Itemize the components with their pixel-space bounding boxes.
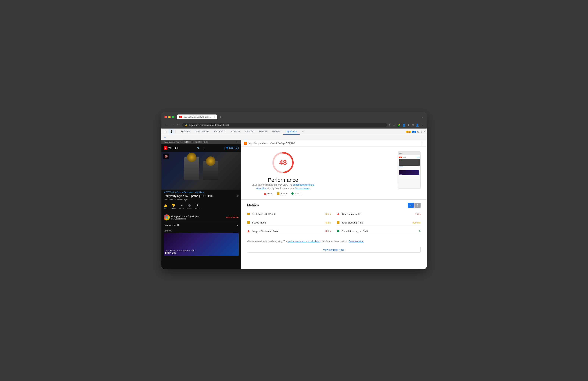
yt-logo-icon: ▶ [164,146,168,150]
close-button[interactable] [165,116,167,118]
yt-next-video-thumb[interactable]: The History Navigation API. HTTP 203 [164,233,239,256]
tab-console[interactable]: Console [229,129,242,135]
tab-favicon [179,116,182,118]
yt-comments-label: Comments · 61 [164,224,179,226]
yt-header: ▶ YouTube 🔍 ⋮ 👤 SIGN IN [161,144,241,152]
lh-legend-green: 90–100 [291,192,302,195]
lh-si-name: Speed Index [252,221,324,224]
lh-score-number: 48 [279,159,287,167]
yt-dislike-action[interactable]: 👎 Dislike [170,203,176,210]
yt-more-icon[interactable]: ⋮ [203,147,205,150]
tab-lighthouse[interactable]: Lighthouse [283,129,300,135]
lh-metrics-section: Metrics ≡ ⋮ First Contentful Paint 3.5 s [241,200,427,237]
yt-up-next-label: Up next [164,228,239,233]
lh-green-dot-icon [291,192,294,195]
back-button[interactable]: ← [165,123,168,127]
yt-actions: 👍 870 👎 Dislike ↗ Share ➕ Save [164,202,239,211]
devtools-tabs: Elements Performance Recorder ▲ Console … [178,129,404,135]
yt-tag-2[interactable]: #ChromeDeveloper [175,191,193,193]
maximize-button[interactable] [172,116,174,118]
youtube-panel: Dimensions: Sams... × 95% ⋮ ▶ YouTube 🔍 … [161,140,241,269]
yt-save-action[interactable]: ➕ Save [187,203,191,210]
yt-save-icon: ➕ [188,203,191,207]
yt-comments-expand-icon[interactable]: ∧ [237,224,239,227]
yt-mute-icon[interactable]: 🔇 [163,154,169,159]
tab-memory[interactable]: Memory [270,129,283,135]
yt-channel-avatar[interactable]: 🌐 [164,214,170,221]
tab-bar: Demystifyingish SVG paths | H... × + [177,114,419,119]
yt-report-action[interactable]: ⚑ Report [194,203,200,210]
yt-tag-1[interactable]: #HTTP203 [164,191,174,193]
yt-next-title-line1: The History Navigation API. [165,250,196,252]
yt-report-icon: ⚑ [196,203,199,207]
yt-like-action[interactable]: 👍 870 [164,203,168,210]
yt-tag-3[interactable]: #WebDev [195,191,204,193]
yt-person-2 [203,161,218,180]
yt-views: 17K views · 3 months ago [164,198,239,201]
tab-elements[interactable]: Elements [178,129,193,135]
lh-toggle-expanded-button[interactable]: ⋮ [415,203,420,208]
split-view-icon[interactable]: ⊞ [412,124,414,127]
lh-green-dot-cls [337,230,339,232]
tab-network[interactable]: Network [256,129,270,135]
lh-tbt-indicator-icon [337,221,340,224]
settings-icon[interactable]: ⚙ [417,130,420,133]
dimensions-device: Dimensions: Sams... [164,141,183,143]
lh-calculator-link[interactable]: See calculator. [295,187,310,190]
user-icon[interactable]: 👤 [416,124,419,127]
extensions-icon[interactable]: 🧩 [397,124,400,127]
tab-recorder[interactable]: Recorder ▲ [211,129,229,135]
yt-search-icon[interactable]: 🔍 [197,147,200,150]
bookmark-icon[interactable]: ☆ [393,124,395,127]
lh-legend-range-1: 50–89 [281,192,287,195]
yt-subscribe-button[interactable]: SUBSCRIBE [226,216,239,219]
minimize-button[interactable] [168,116,171,118]
lh-footer-calculator-link[interactable]: See calculator. [349,240,363,243]
more-tabs-button[interactable]: » [300,129,306,135]
window-collapse-icon[interactable]: ⌄ [421,115,423,118]
yt-expand-icon[interactable]: ∨ [237,195,239,198]
yt-sign-in-button[interactable]: 👤 SIGN IN [224,146,239,150]
forward-button[interactable]: → [170,123,175,127]
lh-tti-name: Time to Interactive [342,213,413,216]
devtools-more-icon[interactable]: ⋮ [420,130,423,133]
lh-toggle-list-button[interactable]: ≡ [408,203,414,208]
tab-close-button[interactable]: × [213,116,215,118]
dimensions-height[interactable] [195,141,202,143]
lh-metrics-header: Metrics ≡ ⋮ [247,203,420,208]
menu-icon[interactable]: ⋮ [421,124,423,127]
reload-button[interactable]: ↻ [177,123,180,127]
yt-like-icon: 👍 [164,203,168,207]
tab-performance[interactable]: Performance [193,129,211,135]
devtools-close-icon[interactable]: × [423,130,425,133]
yt-video-bg[interactable]: 🔇 [161,152,241,190]
inspector-icon[interactable]: ⬚ [163,129,168,134]
view-original-trace-button[interactable]: View Original Trace [247,247,420,253]
lh-gauge: 48 [272,151,294,174]
lh-metrics-grid: First Contentful Paint 3.5 s Time to Int… [247,211,420,234]
share-icon[interactable]: ⬆ [389,124,391,127]
download-icon[interactable]: ⬇ [407,124,410,127]
lh-ss-dot-2 [400,153,401,154]
active-tab[interactable]: Demystifyingish SVG paths | H... × [177,114,217,119]
yt-share-action[interactable]: ↗ Share [179,203,184,210]
lh-tbt-value: 500 ms [412,221,420,224]
yt-video-container: 🔇 [161,152,241,190]
tab-sources[interactable]: Sources [242,129,256,135]
device-toggle-icon[interactable]: 📱 [168,129,174,134]
yt-signin-label: SIGN IN [229,147,237,149]
lh-tti-indicator-icon [337,212,340,216]
lh-ss-dot-3 [401,153,402,154]
address-input[interactable]: 🔒 m.youtube.com/watch?v=9qen5CKjUe8 [182,123,387,127]
lh-more-icon[interactable]: ⋮ [420,141,423,145]
yt-comments: Comments · 61 ∧ [164,222,239,228]
new-tab-button[interactable]: + [218,115,223,119]
yt-info: #HTTP203 #ChromeDeveloper #WebDev Demyst… [161,190,241,257]
lh-metric-si: Speed Index 4.8 s [247,220,331,226]
profile-icon[interactable]: 👤 [402,124,406,127]
dimensions-width[interactable] [184,141,191,143]
dimensions-more-icon[interactable]: ⋮ [237,141,239,143]
lh-footer-perf-link[interactable]: performance score is calculated [288,240,320,243]
add-panel-icon[interactable]: ＋ [164,136,166,139]
address-bar: ← → ↻ 🔒 m.youtube.com/watch?v=9qen5CKjUe… [161,122,427,129]
